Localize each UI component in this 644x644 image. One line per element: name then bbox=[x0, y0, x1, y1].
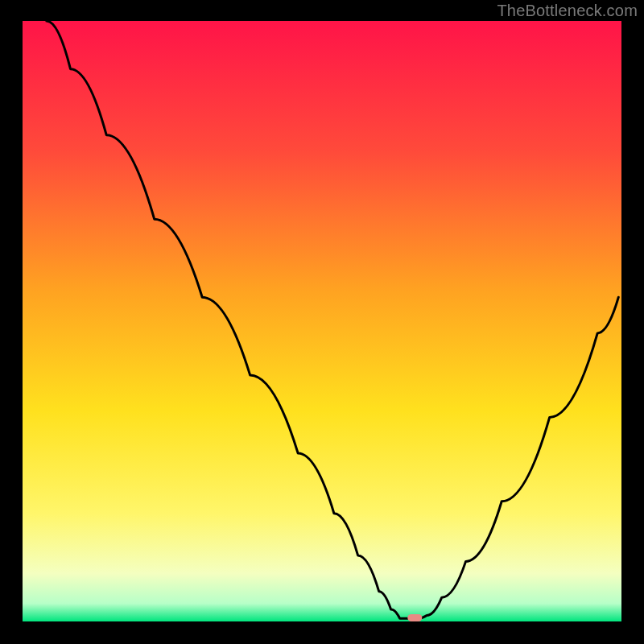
watermark-text: TheBottleneck.com bbox=[497, 2, 638, 20]
plot-area bbox=[23, 21, 621, 621]
optimal-marker bbox=[407, 614, 422, 621]
plot-svg bbox=[23, 21, 621, 621]
heatmap-background bbox=[23, 21, 621, 621]
chart-frame: TheBottleneck.com bbox=[0, 0, 644, 644]
